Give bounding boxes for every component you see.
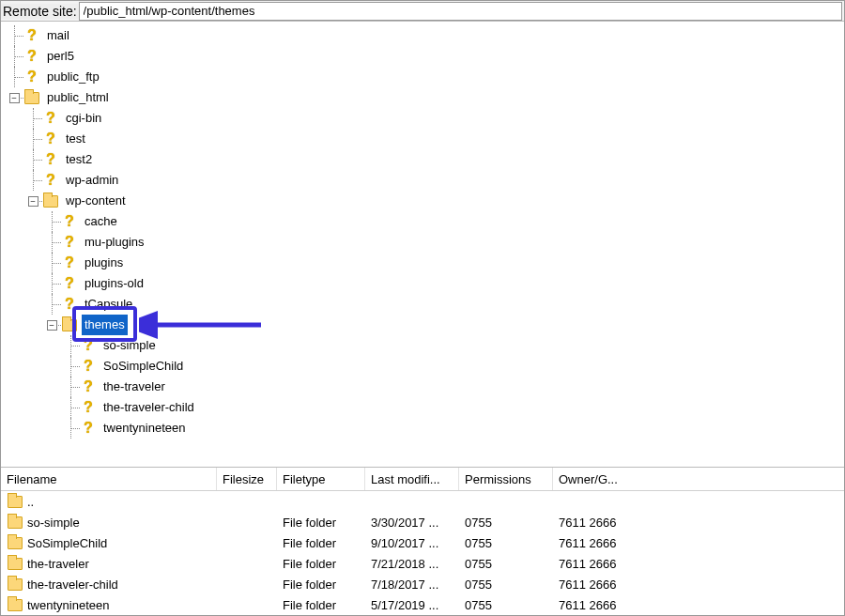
file-type: File folder	[277, 598, 365, 612]
file-perm: 0755	[459, 578, 553, 592]
tree-node-label[interactable]: tCapsule	[82, 294, 135, 315]
tree-node-label[interactable]: public_ftp	[44, 67, 102, 87]
folder-icon	[23, 89, 40, 106]
file-date: 5/17/2019 ...	[365, 598, 459, 612]
tree-node-label[interactable]: perl5	[44, 46, 77, 67]
col-header-filetype[interactable]: Filetype	[277, 468, 365, 490]
tree-node[interactable]: −wp-content	[5, 191, 844, 211]
tree-node-label[interactable]: test2	[63, 149, 95, 170]
tree-node[interactable]: ?public_ftp	[5, 67, 844, 87]
tree-gutter	[5, 25, 23, 46]
tree-node[interactable]: ?so-simple	[5, 335, 844, 356]
tree-gutter	[5, 170, 42, 191]
collapse-toggle[interactable]: −	[28, 196, 38, 207]
tree-node-label[interactable]: test	[63, 129, 88, 149]
tree-node-label[interactable]: twentynineteen	[100, 418, 188, 439]
file-owner: 7611 2666	[553, 536, 638, 550]
file-row[interactable]: the-traveler-childFile folder7/18/2017 .…	[1, 574, 844, 594]
tree-node[interactable]: −themes	[5, 315, 844, 335]
tree-node-label[interactable]: wp-admin	[63, 170, 121, 191]
tree-node-label[interactable]: plugins-old	[82, 273, 146, 294]
file-row-updir[interactable]: ..	[1, 491, 844, 512]
file-list-header[interactable]: Filename Filesize Filetype Last modifi..…	[1, 468, 844, 491]
tree-node[interactable]: ?test2	[5, 149, 844, 170]
file-perm: 0755	[459, 516, 553, 530]
unknown-folder-icon: ?	[80, 420, 97, 437]
remote-file-list[interactable]: Filename Filesize Filetype Last modifi..…	[1, 468, 844, 615]
tree-node-label[interactable]: cache	[82, 211, 120, 232]
folder-icon	[42, 192, 59, 209]
tree-node-label[interactable]: mail	[44, 25, 72, 46]
tree-node[interactable]: ?wp-admin	[5, 170, 844, 191]
tree-gutter	[5, 418, 80, 439]
file-date: 9/10/2017 ...	[365, 536, 459, 550]
file-perm: 0755	[459, 557, 553, 571]
tree-node[interactable]: ?perl5	[5, 46, 844, 67]
tree-gutter: −	[5, 315, 61, 335]
remote-path-input[interactable]	[79, 2, 842, 21]
unknown-folder-icon: ?	[80, 358, 97, 375]
unknown-folder-icon: ?	[61, 275, 78, 292]
col-header-filename[interactable]: Filename	[1, 468, 217, 490]
tree-node[interactable]: −public_html	[5, 87, 844, 108]
tree-gutter	[5, 397, 80, 418]
file-date: 3/30/2017 ...	[365, 516, 459, 530]
tree-node[interactable]: ?SoSimpleChild	[5, 356, 844, 377]
collapse-toggle[interactable]: −	[47, 320, 57, 331]
tree-gutter	[5, 335, 80, 356]
file-name: the-traveler-child	[27, 578, 118, 592]
tree-node-label[interactable]: so-simple	[100, 335, 159, 356]
tree-node-label[interactable]: cgi-bin	[63, 108, 104, 129]
tree-node-label[interactable]: public_html	[44, 87, 112, 108]
col-header-owner[interactable]: Owner/G...	[553, 468, 638, 490]
remote-path-bar: Remote site:	[1, 1, 844, 22]
unknown-folder-icon: ?	[23, 27, 40, 44]
tree-node[interactable]: ?tCapsule	[5, 294, 844, 315]
col-header-modified[interactable]: Last modifi...	[365, 468, 459, 490]
tree-node[interactable]: ?plugins	[5, 253, 844, 273]
tree-node-label[interactable]: SoSimpleChild	[100, 356, 186, 377]
tree-gutter	[5, 232, 61, 253]
file-date: 7/18/2017 ...	[365, 578, 459, 592]
tree-node-label[interactable]: the-traveler-child	[100, 397, 197, 418]
file-row[interactable]: the-travelerFile folder7/21/2018 ...0755…	[1, 553, 844, 574]
unknown-folder-icon: ?	[61, 234, 78, 251]
tree-node[interactable]: ?plugins-old	[5, 273, 844, 294]
file-name: so-simple	[27, 516, 80, 530]
remote-tree-panel[interactable]: ?mail?perl5?public_ftp−public_html?cgi-b…	[1, 22, 844, 468]
tree-gutter: −	[5, 191, 42, 211]
file-row[interactable]: SoSimpleChildFile folder9/10/2017 ...075…	[1, 532, 844, 553]
file-owner: 7611 2666	[553, 516, 638, 530]
col-header-filesize[interactable]: Filesize	[217, 468, 277, 490]
file-date: 7/21/2018 ...	[365, 557, 459, 571]
file-type: File folder	[277, 578, 365, 592]
tree-gutter: −	[5, 87, 23, 108]
file-row[interactable]: twentynineteenFile folder5/17/2019 ...07…	[1, 594, 844, 615]
unknown-folder-icon: ?	[80, 378, 97, 395]
tree-node[interactable]: ?cache	[5, 211, 844, 232]
tree-node-label[interactable]: themes	[82, 315, 128, 335]
unknown-folder-icon: ?	[42, 151, 59, 168]
tree-node[interactable]: ?the-traveler-child	[5, 397, 844, 418]
tree-node[interactable]: ?mu-plugins	[5, 232, 844, 253]
unknown-folder-icon: ?	[42, 131, 59, 147]
folder-icon	[7, 514, 23, 531]
unknown-folder-icon: ?	[42, 172, 59, 189]
tree-node-label[interactable]: wp-content	[63, 191, 129, 211]
collapse-toggle[interactable]: −	[9, 93, 20, 103]
tree-node[interactable]: ?the-traveler	[5, 377, 844, 397]
tree-node-label[interactable]: mu-plugins	[82, 232, 147, 253]
tree-gutter	[5, 46, 23, 67]
tree-node[interactable]: ?cgi-bin	[5, 108, 844, 129]
file-row[interactable]: so-simpleFile folder3/30/2017 ...0755761…	[1, 512, 844, 532]
tree-node-label[interactable]: the-traveler	[100, 377, 168, 397]
col-header-permissions[interactable]: Permissions	[459, 468, 553, 490]
remote-site-label: Remote site:	[1, 4, 79, 19]
tree-node-label[interactable]: plugins	[82, 253, 126, 273]
tree-node[interactable]: ?twentynineteen	[5, 418, 844, 439]
tree-node[interactable]: ?test	[5, 129, 844, 149]
folder-icon	[7, 534, 23, 551]
file-type: File folder	[277, 516, 365, 530]
file-owner: 7611 2666	[553, 598, 638, 612]
tree-node[interactable]: ?mail	[5, 25, 844, 46]
